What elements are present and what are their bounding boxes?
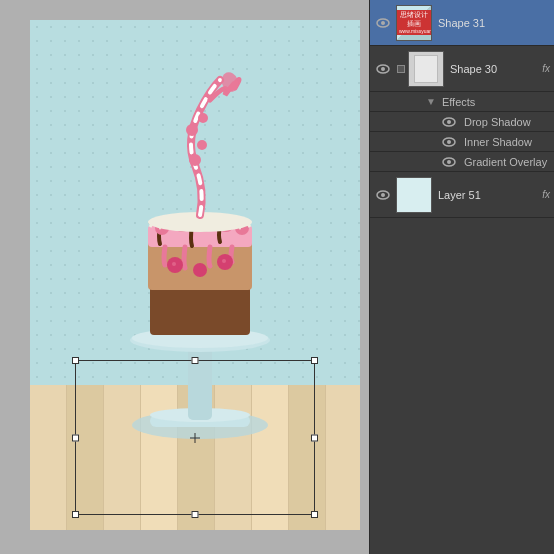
svg-point-26	[172, 262, 176, 266]
floor-plank	[67, 385, 104, 530]
svg-point-25	[193, 263, 207, 277]
gradient-overlay-label: Gradient Overlay	[464, 156, 547, 168]
eye-icon-drop-shadow[interactable]	[440, 115, 458, 129]
svg-rect-6	[150, 285, 250, 335]
eye-icon-shape30[interactable]	[374, 62, 392, 76]
svg-point-39	[381, 193, 385, 197]
eye-icon-inner-shadow[interactable]	[440, 135, 458, 149]
floor-plank	[30, 385, 67, 530]
eye-icon-gradient-overlay[interactable]	[440, 155, 458, 169]
svg-point-20	[197, 140, 207, 150]
svg-point-27	[222, 259, 226, 263]
svg-point-37	[447, 160, 451, 164]
layer-url-label: www.missyuan.com	[399, 28, 429, 34]
svg-point-31	[381, 67, 385, 71]
effect-drop-shadow[interactable]: Drop Shadow	[370, 112, 554, 132]
layer-name-51: Layer 51	[438, 189, 540, 201]
svg-point-35	[447, 140, 451, 144]
layer-top-label: 思绪设计插画	[399, 11, 429, 28]
layer-thumb-shape31: 思绪设计插画 www.missyuan.com	[396, 5, 432, 41]
svg-point-21	[186, 124, 198, 136]
eye-icon-shape31[interactable]	[374, 16, 392, 30]
svg-point-29	[381, 21, 385, 25]
svg-point-19	[189, 154, 201, 166]
layer-thumb-layer51	[396, 177, 432, 213]
fx-badge-shape30: fx	[542, 63, 550, 74]
layer-thumb-shape30	[408, 51, 444, 87]
layers-panel: 思绪设计插画 www.missyuan.com Shape 31 Shape 3…	[369, 0, 554, 554]
layer-name-shape30: Shape 30	[450, 63, 540, 75]
effect-gradient-overlay[interactable]: Gradient Overlay	[370, 152, 554, 172]
layer-name-shape31: Shape 31	[438, 17, 550, 29]
layer-shape31[interactable]: 思绪设计插画 www.missyuan.com Shape 31	[370, 0, 554, 46]
effects-label: Effects	[442, 96, 475, 108]
layer-51[interactable]: Layer 51 fx	[370, 172, 554, 218]
effect-inner-shadow[interactable]: Inner Shadow	[370, 132, 554, 152]
eye-icon-layer51[interactable]	[374, 188, 392, 202]
fx-badge-layer51: fx	[542, 189, 550, 200]
svg-point-33	[447, 120, 451, 124]
svg-point-22	[198, 113, 208, 123]
canvas-area	[30, 20, 360, 530]
effects-header: ▼ Effects	[370, 92, 554, 112]
cake-illustration	[120, 70, 275, 440]
layer-shape30[interactable]: Shape 30 fx	[370, 46, 554, 92]
floor-plank	[326, 385, 360, 530]
floor-plank	[289, 385, 326, 530]
drop-shadow-label: Drop Shadow	[464, 116, 531, 128]
inner-shadow-label: Inner Shadow	[464, 136, 532, 148]
